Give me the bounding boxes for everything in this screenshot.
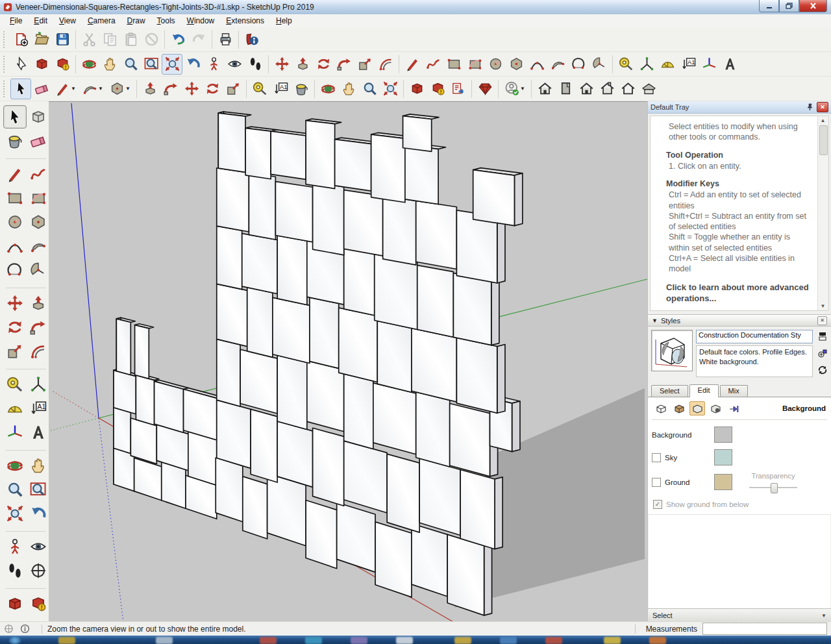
look-around-tool-button[interactable]	[224, 54, 245, 75]
move-tool-button[interactable]	[3, 291, 27, 315]
circle-tool-button[interactable]	[485, 54, 506, 75]
taskbar-app[interactable]	[305, 637, 322, 644]
measurements-input[interactable]	[702, 623, 827, 635]
veneer-block[interactable]	[273, 297, 310, 363]
undo-button[interactable]	[167, 29, 188, 50]
veneer-block[interactable]	[310, 297, 339, 368]
look-around-tool-button[interactable]	[27, 535, 50, 558]
taskbar-app[interactable]	[260, 637, 277, 644]
erase-command-button[interactable]	[141, 29, 162, 50]
previous-view-button[interactable]	[27, 502, 50, 525]
menu-window[interactable]: Window	[181, 15, 221, 27]
axes-tool-button[interactable]	[3, 421, 27, 444]
view-right-button[interactable]	[638, 79, 659, 99]
menu-help[interactable]: Help	[270, 15, 298, 27]
veneer-block[interactable]	[344, 247, 375, 315]
veneer-block[interactable]	[383, 196, 416, 266]
veneer-block[interactable]	[403, 116, 432, 152]
orbit-tool-button[interactable]	[3, 454, 27, 477]
scale-tool-button[interactable]	[3, 340, 27, 363]
dropdown-arrow-icon[interactable]: ▼	[125, 86, 130, 92]
model-viewport[interactable]	[49, 101, 647, 623]
tab-mix[interactable]: Mix	[720, 385, 748, 397]
rotate-tool-button[interactable]	[313, 54, 334, 75]
pin-icon[interactable]	[804, 103, 815, 112]
orbit-tool-button[interactable]	[79, 54, 99, 75]
3d-text-tool-button[interactable]	[719, 54, 740, 75]
veneer-block[interactable]	[377, 321, 412, 392]
veneer-block[interactable]	[217, 400, 251, 468]
scroll-up-icon[interactable]: ▲	[819, 117, 826, 124]
orbit-tool-button[interactable]	[317, 79, 338, 99]
select-panel-header[interactable]: Select ▼	[648, 608, 831, 622]
sky-color-swatch[interactable]	[714, 449, 732, 465]
taskbar-app[interactable]	[58, 637, 75, 644]
veneer-block[interactable]	[453, 273, 491, 345]
taskbar-app[interactable]	[156, 637, 173, 644]
veneer-block[interactable]	[335, 140, 371, 192]
polygon-tool-button[interactable]	[506, 54, 527, 75]
veneer-block[interactable]	[371, 134, 405, 203]
two-point-arc-tool-button[interactable]	[27, 234, 50, 258]
3d-text-tool-button[interactable]	[27, 421, 50, 444]
move-tool-button[interactable]	[271, 54, 292, 75]
dropdown-arrow-icon[interactable]: ▼	[520, 86, 525, 92]
pie-tool-button[interactable]	[589, 54, 610, 75]
line-tool-button[interactable]: ▼	[52, 79, 79, 99]
walk-tool-button[interactable]	[3, 559, 27, 582]
veneer-block[interactable]	[337, 502, 375, 572]
push-pull-tool-button[interactable]	[292, 54, 313, 75]
veneer-block[interactable]	[271, 131, 306, 179]
tab-select[interactable]: Select	[651, 385, 688, 397]
zoom-tool-button[interactable]	[120, 54, 141, 75]
zoom-window-tool-button[interactable]	[141, 54, 162, 75]
veneer-block[interactable]	[344, 441, 387, 513]
veneer-block[interactable]	[373, 383, 416, 454]
tape-measure-tool-button[interactable]	[249, 79, 270, 99]
veneer-block[interactable]	[306, 121, 335, 189]
scrollbar-thumb[interactable]	[819, 125, 828, 155]
veneer-block[interactable]	[134, 458, 162, 500]
dimension-tool-button[interactable]	[27, 373, 50, 396]
rotate-tool-button[interactable]	[3, 316, 27, 339]
veneer-block[interactable]	[313, 428, 344, 506]
text-tool-button[interactable]: A1	[27, 397, 50, 420]
taskbar-app[interactable]	[545, 637, 562, 644]
veneer-block[interactable]	[419, 458, 460, 535]
zoom-tool-button[interactable]	[359, 79, 380, 99]
previous-view-button[interactable]	[182, 54, 203, 75]
create-style-icon[interactable]	[817, 348, 828, 360]
text-tool-button[interactable]: A1	[678, 54, 699, 75]
copy-button[interactable]	[99, 29, 120, 50]
veneer-block[interactable]	[217, 284, 247, 346]
account-button[interactable]: ▼	[501, 79, 528, 99]
veneer-block[interactable]	[306, 501, 337, 569]
styles-close-icon[interactable]: ✕	[817, 316, 827, 325]
taskbar-app[interactable]	[604, 637, 621, 644]
veneer-block[interactable]	[417, 266, 454, 338]
select-tool-button[interactable]	[10, 79, 31, 99]
two-point-arc-tool-button[interactable]	[547, 54, 568, 75]
open-document-button[interactable]	[31, 29, 52, 50]
geolocation-icon[interactable]	[4, 624, 14, 634]
background-color-swatch[interactable]	[714, 427, 732, 443]
share-component-button[interactable]	[448, 79, 469, 99]
veneer-block[interactable]	[114, 370, 136, 414]
arc-tool-button[interactable]: ▼	[79, 79, 106, 99]
veneer-block[interactable]	[116, 319, 130, 375]
view-left-button[interactable]	[617, 79, 638, 99]
share-model-button[interactable]	[27, 592, 50, 615]
paste-button[interactable]	[120, 29, 141, 50]
background-settings-icon[interactable]	[689, 401, 705, 415]
veneer-block[interactable]	[277, 356, 307, 430]
3d-warehouse-button[interactable]	[3, 592, 27, 615]
pan-tool-button[interactable]	[27, 454, 50, 477]
tray-close-icon[interactable]: ✕	[817, 102, 828, 112]
pie-tool-button[interactable]	[27, 258, 50, 282]
secondary-pane-icon[interactable]	[817, 331, 828, 343]
veneer-block[interactable]	[245, 128, 271, 179]
zoom-extents-tool-button[interactable]	[162, 54, 182, 75]
edge-settings-icon[interactable]	[653, 401, 669, 415]
dropdown-arrow-icon[interactable]: ▼	[98, 86, 103, 92]
taskbar-app[interactable]	[351, 637, 367, 644]
